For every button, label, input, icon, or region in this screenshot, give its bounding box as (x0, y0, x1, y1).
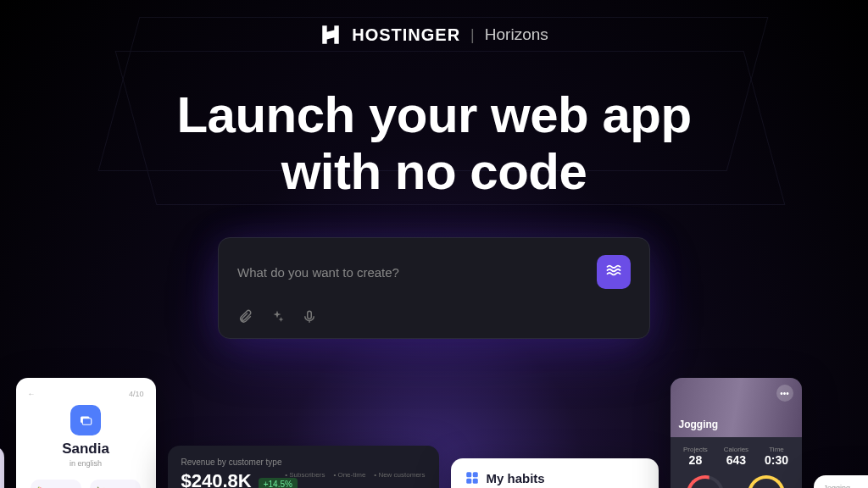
hero-headline: Launch your web app with no code (0, 86, 868, 200)
stat-block: Time 0:30 (765, 446, 788, 467)
stat-block: Calories 643 (724, 446, 748, 467)
svg-rect-0 (308, 311, 312, 319)
stat-label: Projects (683, 446, 708, 453)
brand-name: HOSTINGER (352, 25, 460, 45)
prompt-input[interactable]: What do you want to create? (237, 265, 399, 280)
answer-tile: 🍉 Watermelon (31, 480, 81, 488)
grid-icon (465, 470, 480, 485)
svg-rect-4 (472, 472, 477, 477)
revenue-pct-badge: +14.5% (259, 478, 298, 488)
stat-label: Calories (724, 446, 748, 453)
hero-line-1: Launch your web app (176, 86, 691, 143)
gauge-arc-icon (687, 475, 724, 488)
watermelon-icon: 🍉 (36, 485, 76, 488)
submit-button[interactable] (597, 255, 631, 289)
svg-rect-6 (472, 479, 477, 484)
back-arrow-icon: ← (28, 390, 36, 398)
stat-block: Projects 28 (683, 446, 708, 467)
legend-item: Subscribers (285, 471, 325, 479)
header: HOSTINGER | Horizons (0, 0, 868, 46)
jogging-image: Jogging ••• (670, 378, 802, 437)
attachment-icon[interactable] (237, 309, 253, 324)
prompt-box[interactable]: What do you want to create? (218, 237, 650, 339)
gauge: 690 (682, 475, 729, 488)
revenue-label: Revenue by customer type (181, 458, 426, 467)
gauge: 1645 (743, 475, 790, 488)
more-icon: ••• (776, 385, 793, 402)
flashcard-subtitle: in english (28, 459, 144, 468)
revenue-legend: Subscribers One-time New customers (285, 471, 425, 479)
revenue-dashboard-card: Revenue by customer type $240.8K +14.5% … (168, 446, 439, 488)
card-counter: 4/10 (129, 390, 144, 398)
flashcard-title: Sandia (28, 441, 144, 458)
preview-cards-row: ← 4/10 Sandia in english 🍉 Watermelon 🍋 … (0, 344, 868, 488)
svg-rect-3 (466, 472, 471, 477)
avatar-card (0, 446, 4, 488)
hero: Launch your web app with no code (0, 86, 868, 200)
timer-card: Jogging ★ 00:30 + (814, 475, 869, 488)
hero-line-2: with no code (281, 143, 587, 200)
svg-rect-5 (466, 479, 471, 484)
answer-tile: 🍋 Lemon (90, 480, 141, 488)
stat-value: 28 (683, 453, 708, 467)
svg-rect-2 (82, 419, 92, 425)
lemon-icon: 🍋 (95, 485, 136, 488)
fitness-app-card: Jogging ••• Projects 28 Calories 643 Tim… (670, 378, 802, 488)
stat-value: 0:30 (765, 453, 788, 467)
gauge-arc-icon (748, 475, 785, 488)
stat-label: Time (765, 446, 788, 453)
stat-value: 643 (724, 453, 748, 467)
sparkle-icon[interactable] (270, 309, 285, 324)
flashcard-app-card: ← 4/10 Sandia in english 🍉 Watermelon 🍋 … (16, 378, 156, 488)
legend-item: One-time (333, 471, 365, 479)
legend-item: New customers (374, 471, 425, 479)
hostinger-logo-icon (320, 24, 342, 46)
waves-icon (605, 262, 622, 282)
timer-label: Jogging (824, 484, 851, 488)
activity-tag: Jogging (679, 419, 719, 430)
brand-divider: | (470, 26, 475, 44)
revenue-value: $240.8K (181, 470, 252, 488)
product-name: Horizons (485, 25, 548, 44)
card-badge-icon (70, 405, 101, 435)
habits-app-card: My habits ‹ Nov 07 - 2014 › Nov 6 - Nov … (451, 458, 659, 488)
microphone-icon[interactable] (302, 309, 317, 324)
habits-title: My habits (487, 471, 545, 485)
